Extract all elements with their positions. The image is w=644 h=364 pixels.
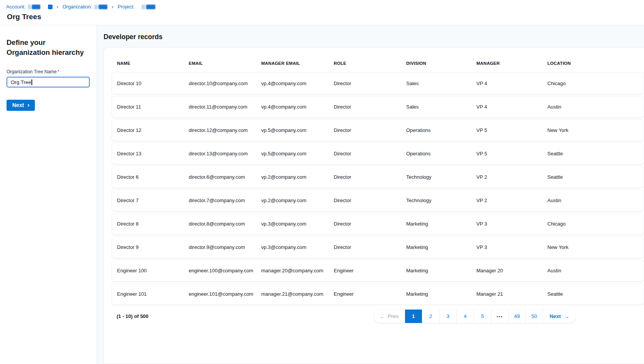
- table-row[interactable]: Engineer 101 engineer.101@company.com ma…: [112, 283, 644, 305]
- org-tree-name-input[interactable]: Org Tree: [7, 77, 90, 87]
- cell-email: director.10@company.com: [184, 81, 256, 86]
- breadcrumb: Account: › Organization: › Project:: [6, 3, 644, 10]
- table-row[interactable]: Director 9 director.9@company.com vp.3@c…: [112, 236, 644, 258]
- cell-location: Chicago: [542, 81, 644, 86]
- cell-division: Operations: [401, 151, 471, 156]
- cell-division: Marketing: [401, 221, 471, 227]
- breadcrumb-link-account[interactable]: Account:: [6, 4, 26, 10]
- page-button-5[interactable]: 5: [474, 310, 491, 323]
- page-button-50[interactable]: 50: [525, 310, 543, 323]
- text-cursor: [31, 79, 32, 85]
- redacted-account-value: [28, 5, 40, 9]
- table-row[interactable]: Director 7 director.7@company.com vp.2@c…: [112, 189, 644, 211]
- cell-email: director.6@company.com: [184, 174, 256, 180]
- cell-manager: Manager 21: [471, 291, 542, 297]
- page-button-2[interactable]: 2: [422, 310, 439, 323]
- cell-division: Marketing: [401, 291, 471, 297]
- cell-division: Technology: [401, 198, 471, 203]
- table-row[interactable]: Director 10 director.10@company.com vp.4…: [112, 72, 644, 94]
- pagination: ← Prev 1 2 3 4 5 ••• 49 50 Next →: [374, 310, 576, 323]
- cell-email: director.8@company.com: [184, 221, 256, 227]
- page-title: Org Trees: [7, 13, 644, 21]
- cell-email: director.7@company.com: [184, 198, 256, 203]
- page-button-3[interactable]: 3: [439, 310, 456, 323]
- cell-division: Marketing: [401, 268, 471, 273]
- chevron-separator-icon: ›: [57, 4, 58, 10]
- cell-manager-email: vp.5@company.com: [256, 151, 329, 156]
- required-asterisk: *: [58, 69, 59, 74]
- cell-role: Director: [329, 198, 401, 203]
- cell-location: Chicago: [542, 221, 644, 227]
- cell-email: director.13@company.com: [184, 151, 256, 156]
- cell-name: Director 12: [112, 127, 184, 133]
- breadcrumb-organization: Organization:: [63, 4, 107, 10]
- cell-division: Sales: [401, 81, 471, 86]
- table-body: Director 10 director.10@company.com vp.4…: [104, 72, 644, 305]
- cell-division: Sales: [401, 104, 471, 110]
- cell-manager: Manager 20: [471, 268, 542, 273]
- table-row[interactable]: Director 6 director.6@company.com vp.2@c…: [112, 166, 644, 188]
- cell-manager: VP 3: [471, 244, 542, 250]
- cell-manager: VP 5: [471, 127, 542, 133]
- table-footer: (1 - 10) of 500 ← Prev 1 2 3 4 5 ••• 49 …: [104, 310, 644, 323]
- main-content: Developer records NAME EMAIL MANAGER EMA…: [97, 25, 644, 364]
- column-header-division: DIVISION: [401, 61, 471, 72]
- breadcrumb-link-project[interactable]: Project:: [118, 4, 135, 10]
- page-button-49[interactable]: 49: [508, 310, 525, 323]
- cell-manager: VP 5: [471, 151, 542, 156]
- redacted-organization-value: [94, 5, 107, 9]
- cell-role: Director: [329, 244, 401, 250]
- cell-name: Director 9: [112, 244, 184, 250]
- cell-role: Director: [329, 221, 401, 227]
- table-row[interactable]: Director 8 director.8@company.com vp.3@c…: [112, 213, 644, 235]
- cell-location: New York: [542, 127, 644, 133]
- cell-location: Seattle: [542, 291, 644, 297]
- records-heading: Developer records: [104, 33, 644, 41]
- cell-email: director.11@company.com: [184, 104, 256, 110]
- cell-name: Director 8: [112, 221, 184, 227]
- cell-email: engineer.101@company.com: [184, 291, 256, 297]
- cell-role: Director: [329, 174, 401, 180]
- page-button-4[interactable]: 4: [456, 310, 474, 323]
- cell-manager-email: manager.21@company.com: [256, 291, 329, 297]
- cell-name: Engineer 101: [112, 291, 184, 297]
- pagination-ellipsis: •••: [491, 310, 508, 323]
- cell-role: Director: [329, 151, 401, 156]
- sidebar-heading-line2: Organization hierarchy: [7, 48, 90, 58]
- chevron-separator-icon: ›: [112, 4, 113, 10]
- cell-role: Director: [329, 104, 401, 110]
- cell-manager-email: vp.2@company.com: [256, 198, 329, 203]
- arrow-right-icon: →: [564, 314, 569, 319]
- column-header-email: EMAIL: [183, 61, 256, 72]
- cell-role: Engineer: [329, 291, 401, 297]
- sidebar: Define your Organization hierarchy Organ…: [0, 25, 97, 364]
- cell-manager-email: vp.4@company.com: [256, 104, 329, 110]
- org-tree-name-value: Org Tree: [11, 79, 31, 85]
- cell-name: Director 10: [112, 81, 184, 86]
- cell-manager-email: manager.20@company.com: [256, 268, 329, 273]
- prev-page-button[interactable]: ← Prev: [374, 310, 405, 323]
- cell-location: New York: [542, 244, 644, 250]
- next-page-button[interactable]: Next →: [543, 310, 576, 323]
- cell-manager: VP 4: [471, 104, 542, 110]
- breadcrumb-link-organization[interactable]: Organization:: [63, 4, 92, 10]
- cell-division: Marketing: [401, 244, 471, 250]
- page-button-1[interactable]: 1: [405, 310, 422, 323]
- table-row[interactable]: Engineer 100 engineer.100@company.com ma…: [112, 260, 644, 282]
- table-header-row: NAME EMAIL MANAGER EMAIL ROLE DIVISION M…: [104, 48, 644, 72]
- sidebar-heading-line1: Define your: [7, 38, 90, 48]
- cell-name: Director 7: [112, 198, 184, 203]
- breadcrumb-project: Project:: [118, 4, 155, 10]
- cell-role: Director: [329, 127, 401, 133]
- column-header-manager-email: MANAGER EMAIL: [256, 61, 328, 72]
- arrow-left-icon: ←: [380, 314, 385, 319]
- next-button[interactable]: Next ›: [7, 100, 35, 111]
- table-row[interactable]: Director 12 director.12@company.com vp.5…: [112, 119, 644, 141]
- cell-name: Director 13: [112, 151, 184, 156]
- cell-manager: VP 2: [471, 174, 542, 180]
- cell-location: Seattle: [542, 174, 644, 180]
- cell-name: Director 11: [112, 104, 184, 110]
- table-row[interactable]: Director 11 director.11@company.com vp.4…: [112, 96, 644, 118]
- table-row[interactable]: Director 13 director.13@company.com vp.5…: [112, 143, 644, 165]
- cell-manager: VP 3: [471, 221, 542, 227]
